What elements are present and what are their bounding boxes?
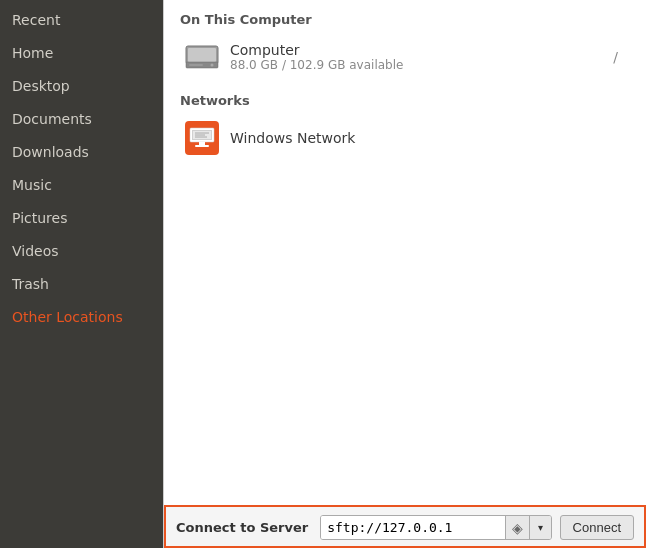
bookmark-button[interactable]: ◈ <box>505 516 529 539</box>
computer-item[interactable]: Computer 88.0 GB / 102.9 GB available / <box>180 33 630 81</box>
svg-rect-7 <box>199 142 205 145</box>
bookmark-icon: ◈ <box>512 520 523 536</box>
sidebar-item-pictures[interactable]: Pictures <box>0 202 163 235</box>
sidebar-item-videos[interactable]: Videos <box>0 235 163 268</box>
connect-to-server-label: Connect to Server <box>176 520 308 535</box>
sidebar-item-music[interactable]: Music <box>0 169 163 202</box>
svg-point-3 <box>211 64 214 67</box>
networks-section: Networks <box>180 93 630 162</box>
connect-button[interactable]: Connect <box>560 515 634 540</box>
computer-mount: / <box>613 49 626 65</box>
svg-rect-8 <box>195 145 209 147</box>
sidebar-item-recent[interactable]: Recent <box>0 4 163 37</box>
on-this-computer-title: On This Computer <box>180 12 630 27</box>
dropdown-button[interactable]: ▾ <box>529 516 551 539</box>
svg-rect-1 <box>188 48 216 62</box>
computer-info: Computer 88.0 GB / 102.9 GB available <box>230 42 403 72</box>
sidebar: Recent Home Desktop Documents Downloads … <box>0 0 163 548</box>
windows-network-name: Windows Network <box>230 130 355 146</box>
content-area: On This Computer Computer 88.0 GB / 102.… <box>164 0 646 505</box>
sidebar-item-documents[interactable]: Documents <box>0 103 163 136</box>
computer-drive-icon <box>184 39 220 75</box>
connect-to-server-bar: Connect to Server ◈ ▾ Connect <box>164 505 646 548</box>
computer-detail: 88.0 GB / 102.9 GB available <box>230 58 403 72</box>
sidebar-item-home[interactable]: Home <box>0 37 163 70</box>
sidebar-item-trash[interactable]: Trash <box>0 268 163 301</box>
svg-rect-4 <box>189 64 203 66</box>
server-input[interactable] <box>321 516 504 539</box>
sidebar-item-other-locations[interactable]: Other Locations <box>0 301 163 334</box>
computer-name: Computer <box>230 42 403 58</box>
networks-title: Networks <box>180 93 630 108</box>
main-panel: On This Computer Computer 88.0 GB / 102.… <box>163 0 646 548</box>
server-input-wrapper: ◈ ▾ <box>320 515 551 540</box>
windows-network-item[interactable]: Windows Network <box>180 114 630 162</box>
dropdown-icon: ▾ <box>538 522 543 533</box>
sidebar-item-desktop[interactable]: Desktop <box>0 70 163 103</box>
sidebar-item-downloads[interactable]: Downloads <box>0 136 163 169</box>
windows-network-icon <box>184 120 220 156</box>
